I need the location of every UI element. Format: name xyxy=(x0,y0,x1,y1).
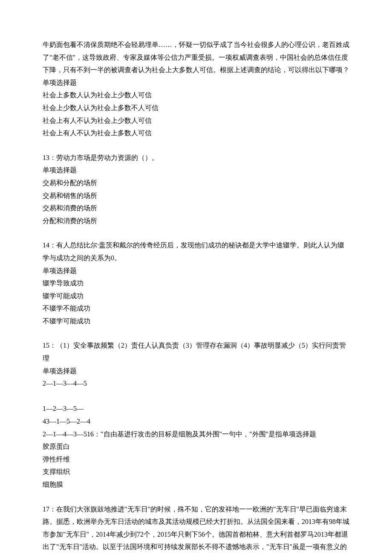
question-12-intro: 牛奶面包看不清保质期绝不会轻易埋单……，怀疑一切似乎成了当今社会很多人的心理公识… xyxy=(43,38,349,76)
question-14-block: 14：有人总结比尔·盖茨和戴尔的传奇经历后，发现他们成功的秘诀都是大学中途辍学。… xyxy=(43,239,349,327)
question-13-option-b: 交易和销售的场所 xyxy=(43,189,349,202)
question-15-title: 15：（1）安全事故频繁（2）责任人认真负责（3）管理存在漏洞（4）事故明显减少… xyxy=(43,339,349,364)
question-15-option-c: 43—1—5—2—4 xyxy=(43,415,349,428)
question-17-title: 17：在我们大张旗鼓地推进"无车日"的时候，殊不知，它的发祥地一一欧洲的"无车日… xyxy=(43,503,349,555)
question-13-type: 单项选择题 xyxy=(43,164,349,177)
question-12-option-c: 社会上有人不认为社会上少数人可信 xyxy=(43,114,349,127)
question-17-block: 17：在我们大张旗鼓地推进"无车日"的时候，殊不知，它的发祥地一一欧洲的"无车日… xyxy=(43,503,349,555)
question-14-option-c: 不辍学不能成功 xyxy=(43,302,349,315)
question-16-option-a: 胶原蛋白 xyxy=(43,440,349,453)
question-12-option-d: 社会上有人不认为社会上多数人可信 xyxy=(43,127,349,139)
question-15-16-block: 15：（1）安全事故频繁（2）责任人认真负责（3）管理存在漏洞（4）事故明显减少… xyxy=(43,339,349,491)
question-14-type: 单项选择题 xyxy=(43,264,349,277)
question-16-option-d: 细胞膜 xyxy=(43,478,349,491)
question-14-title: 14：有人总结比尔·盖茨和戴尔的传奇经历后，发现他们成功的秘诀都是大学中途辍学。… xyxy=(43,239,349,264)
question-16-option-c: 支撑组织 xyxy=(43,465,349,478)
question-14-option-b: 辍学可能成功 xyxy=(43,290,349,302)
question-14-option-d: 不辍学可能成功 xyxy=(43,315,349,328)
question-15-option-b: 1—2—3—5— xyxy=(43,402,349,415)
question-12-option-b: 社会上少数人认为社会上多数不人可信 xyxy=(43,102,349,114)
question-13-option-a: 交易和分配的场所 xyxy=(43,177,349,189)
question-15-16-combined: 2—1—4—3—516："自由基进行攻击的目标是细胞及其外围"一句中，"外围"是… xyxy=(43,428,349,441)
question-13-title: 13：劳动力市场是劳动力资源的（）。 xyxy=(43,151,349,164)
question-13-option-d: 分配和消费的场所 xyxy=(43,215,349,227)
question-14-option-a: 辍学导致成功 xyxy=(43,277,349,290)
question-16-option-b: 弹性纤维 xyxy=(43,453,349,466)
question-13-option-c: 交易和消费的场所 xyxy=(43,202,349,215)
question-12-type: 单项选择题 xyxy=(43,76,349,89)
question-15-type: 单项选择题 xyxy=(43,365,349,378)
question-12-block: 牛奶面包看不清保质期绝不会轻易埋单……，怀疑一切似乎成了当今社会很多人的心理公识… xyxy=(43,38,349,139)
question-13-block: 13：劳动力市场是劳动力资源的（）。 单项选择题 交易和分配的场所 交易和销售的… xyxy=(43,151,349,227)
question-15-option-a: 2—1—3—4—5 xyxy=(43,377,349,390)
question-12-option-a: 社会上多数人认为社会上少数人可信 xyxy=(43,89,349,102)
